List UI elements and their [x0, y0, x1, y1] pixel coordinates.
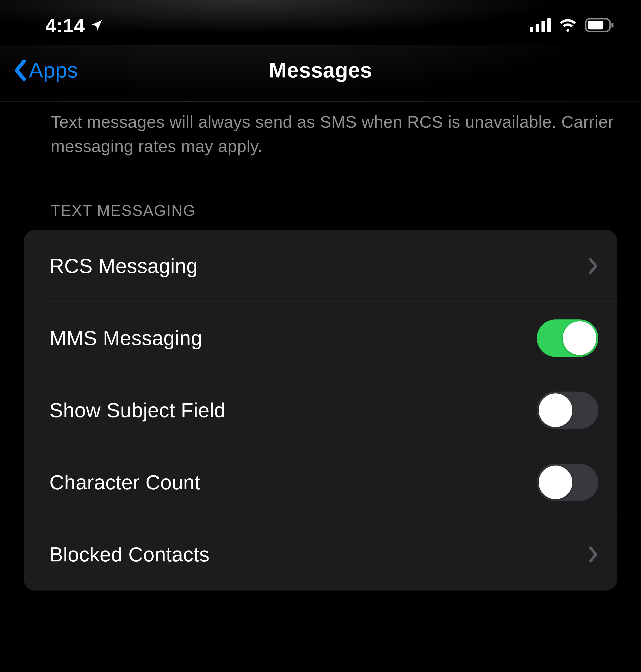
status-time: 4:14	[45, 15, 85, 37]
row-character-count[interactable]: Character Count	[24, 446, 617, 518]
toggle-knob	[563, 321, 596, 355]
status-bar: 4:14	[0, 0, 641, 45]
row-rcs-messaging[interactable]: RCS Messaging	[24, 230, 617, 302]
status-right	[530, 18, 614, 33]
svg-rect-5	[588, 21, 604, 30]
row-show-subject-field[interactable]: Show Subject Field	[24, 374, 617, 446]
chevron-right-icon	[588, 258, 598, 274]
section-description: Text messages will always send as SMS wh…	[0, 102, 641, 159]
back-label: Apps	[29, 58, 78, 83]
mms-messaging-toggle[interactable]	[537, 319, 598, 357]
show-subject-field-toggle[interactable]	[537, 392, 598, 429]
svg-rect-6	[611, 23, 613, 27]
row-label: Character Count	[50, 471, 200, 494]
row-label: RCS Messaging	[50, 254, 198, 277]
toggle-knob	[539, 394, 572, 427]
chevron-right-icon	[588, 546, 598, 563]
row-mms-messaging[interactable]: MMS Messaging	[24, 302, 617, 374]
chevron-left-icon	[13, 59, 27, 81]
svg-rect-3	[547, 18, 551, 32]
settings-group: RCS Messaging MMS Messaging Show Subject…	[24, 230, 617, 591]
svg-rect-1	[536, 24, 539, 32]
svg-rect-2	[541, 21, 545, 32]
svg-rect-0	[530, 27, 533, 32]
battery-icon	[585, 18, 614, 33]
row-label: Blocked Contacts	[50, 543, 209, 566]
character-count-toggle[interactable]	[537, 464, 598, 501]
row-blocked-contacts[interactable]: Blocked Contacts	[24, 518, 617, 591]
status-left: 4:14	[45, 15, 104, 37]
section-header: TEXT MESSAGING	[0, 159, 641, 230]
row-label: Show Subject Field	[50, 398, 226, 422]
back-button[interactable]: Apps	[13, 58, 78, 83]
page-title: Messages	[0, 58, 641, 83]
row-label: MMS Messaging	[50, 326, 202, 349]
cellular-icon	[530, 18, 551, 33]
location-icon	[90, 15, 104, 37]
toggle-knob	[539, 466, 572, 499]
wifi-icon	[558, 18, 577, 33]
nav-bar: Apps Messages	[0, 45, 641, 102]
